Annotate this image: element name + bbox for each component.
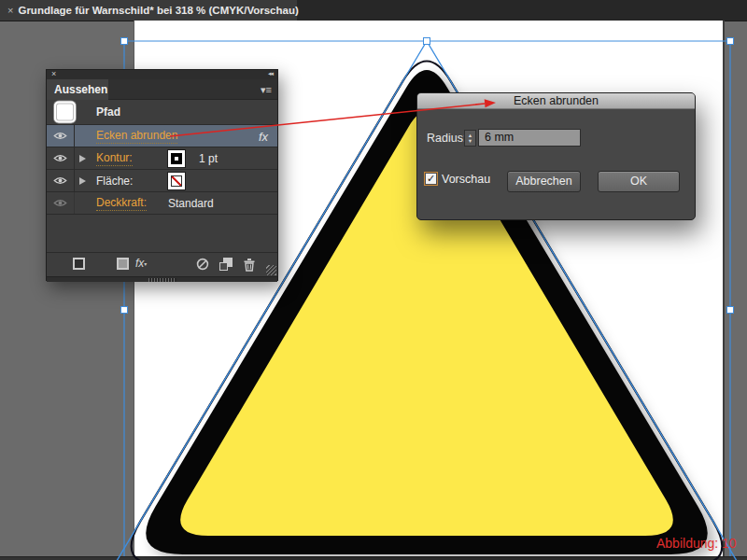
panel-empty-area	[47, 215, 277, 253]
document-titlebar: × Grundlage für Warnschild* bei 318 % (C…	[0, 0, 747, 21]
disclosure-triangle-icon[interactable]	[79, 177, 86, 185]
bbox-handle-mid-left[interactable]	[121, 307, 128, 314]
eye-icon	[53, 199, 67, 207]
path-thumbnail	[54, 102, 76, 123]
visibility-eye-icon[interactable]	[47, 147, 75, 169]
illustrator-window: × Grundlage für Warnschild* bei 318 % (C…	[0, 0, 747, 560]
cancel-button[interactable]: Abbrechen	[507, 171, 581, 192]
eye-icon	[53, 132, 67, 140]
opacity-value: Standard	[168, 197, 214, 210]
window-bottom-edge	[0, 556, 747, 560]
row-ecken-abrunden[interactable]: Ecken abrunden fx	[47, 125, 277, 147]
appearance-rows: Pfad Ecken abrunden fx	[47, 100, 277, 215]
document-tab[interactable]: × Grundlage für Warnschild* bei 318 % (C…	[0, 0, 297, 21]
row-deckkraft[interactable]: Deckkraft: Standard	[47, 192, 277, 215]
eye-icon	[53, 176, 67, 185]
ok-button[interactable]: OK	[598, 171, 680, 192]
disclosure-triangle-icon[interactable]	[79, 155, 86, 162]
document-title: Grundlage für Warnschild* bei 318 % (CMY…	[18, 5, 298, 16]
appearance-panel: × ◂◂ Aussehen ▾≡ Pfad Ecken abrunden fx	[46, 69, 278, 281]
visibility-eye-icon[interactable]	[47, 170, 75, 191]
visibility-eye-icon-dim[interactable]	[47, 192, 75, 214]
radius-input[interactable]: 6 mm	[478, 129, 581, 147]
row-pfad-label: Pfad	[96, 105, 120, 119]
figure-caption: Abbildung: 10	[656, 536, 737, 551]
panel-menu-icon[interactable]: ▾≡	[261, 79, 272, 100]
bbox-handle-top-left[interactable]	[121, 38, 128, 45]
attribute-link-kontur[interactable]: Kontur:	[96, 151, 133, 166]
row-flaeche[interactable]: Fläche:	[47, 170, 277, 192]
close-document-icon[interactable]: ×	[7, 0, 13, 21]
stroke-weight-value: 1 pt	[199, 152, 218, 165]
row-pfad[interactable]: Pfad	[47, 100, 277, 125]
attribute-link-deckkraft[interactable]: Deckkraft:	[96, 196, 147, 211]
bbox-handle-mid-right[interactable]	[727, 307, 734, 314]
panel-tab-row: Aussehen ▾≡	[47, 79, 277, 100]
drag-dots-icon	[148, 278, 176, 282]
panel-resize-grip[interactable]	[266, 265, 276, 275]
stroke-swatch[interactable]	[168, 150, 185, 167]
panel-header-bar: × ◂◂	[47, 70, 277, 79]
row-kontur[interactable]: Kontur: 1 pt	[47, 147, 277, 170]
panel-drag-strip[interactable]	[47, 276, 277, 282]
bbox-handle-mid-right-top[interactable]	[727, 38, 734, 45]
panel-collapse-icon[interactable]: ◂◂	[268, 69, 273, 78]
tab-aussehen[interactable]: Aussehen	[47, 79, 108, 100]
dialog-titlebar[interactable]: Ecken abrunden	[417, 93, 695, 109]
panel-close-icon[interactable]: ×	[51, 69, 56, 78]
fill-none-swatch[interactable]	[168, 173, 185, 189]
radius-label: Radius:	[427, 132, 466, 145]
radius-stepper[interactable]: ▲ ▼	[464, 130, 476, 147]
clear-appearance-icon[interactable]	[196, 258, 209, 271]
add-new-stroke-icon[interactable]	[73, 258, 85, 270]
panel-toolbar: fx▾	[47, 253, 277, 276]
stepper-down-icon[interactable]: ▼	[468, 138, 472, 144]
delete-item-trash-icon[interactable]	[243, 258, 256, 272]
round-corners-dialog: Ecken abrunden Radius: ▲ ▼ 6 mm ✓ Vorsch…	[416, 92, 696, 220]
visibility-eye-icon[interactable]	[47, 125, 75, 147]
fx-badge-icon: fx	[259, 129, 268, 143]
duplicate-item-icon[interactable]	[219, 258, 233, 271]
add-new-effect-icon[interactable]: fx▾	[135, 257, 147, 270]
effect-link-ecken-abrunden[interactable]: Ecken abrunden	[96, 129, 177, 144]
attribute-label-flaeche: Fläche:	[96, 175, 133, 188]
preview-label: Vorschau	[442, 173, 490, 186]
preview-checkbox[interactable]: ✓	[425, 173, 437, 185]
add-new-fill-icon[interactable]	[117, 258, 129, 270]
eye-icon	[53, 154, 67, 162]
